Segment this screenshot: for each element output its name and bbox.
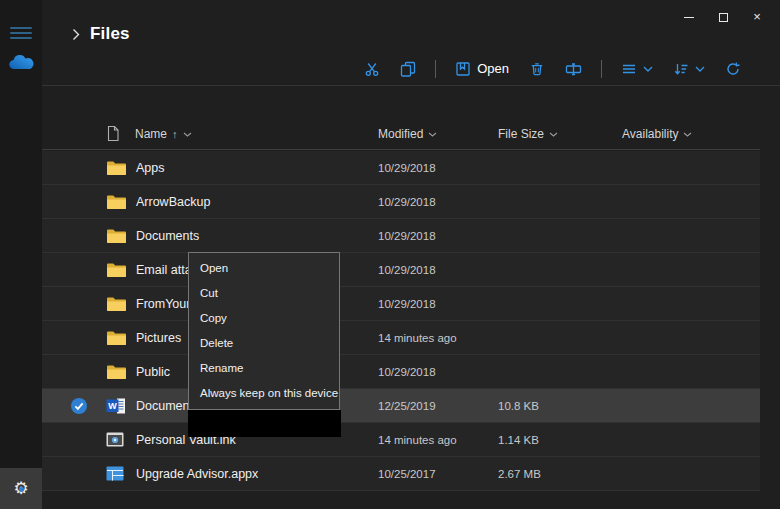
list-lines-icon xyxy=(621,61,637,77)
column-header-row: Name ↑ Modified File Size Availability xyxy=(42,120,760,150)
folder-icon xyxy=(106,262,126,278)
folder-icon xyxy=(106,228,126,244)
file-modified: 10/25/2017 xyxy=(378,457,436,491)
rename-button[interactable] xyxy=(558,57,589,81)
file-modified: 10/29/2018 xyxy=(378,355,436,389)
file-name: Upgrade Advisor.appx xyxy=(136,457,258,491)
column-header-file-size[interactable]: File Size xyxy=(498,127,558,141)
maximize-icon xyxy=(719,13,728,22)
sidebar: ⚙ xyxy=(0,0,42,509)
folder-icon xyxy=(106,330,126,346)
context-menu-item[interactable]: Copy xyxy=(189,306,339,331)
table-row[interactable]: Public 10/29/2018 xyxy=(42,355,760,389)
toolbar: Open xyxy=(42,52,780,86)
table-row[interactable]: W Documen 12/25/2019 10.8 KB xyxy=(42,389,760,423)
file-name: Public xyxy=(136,355,170,389)
settings-gear-icon[interactable]: ⚙ xyxy=(0,468,42,509)
window-controls: × xyxy=(672,4,774,30)
appx-package-icon xyxy=(106,466,124,481)
chevron-down-icon xyxy=(183,132,192,137)
sort-ascending-arrow-icon: ↑ xyxy=(172,128,178,140)
folder-icon xyxy=(106,160,126,176)
rename-icon xyxy=(565,61,582,77)
file-modified: 10/29/2018 xyxy=(378,185,436,219)
context-menu-item[interactable]: Always keep on this device xyxy=(189,381,339,406)
close-button[interactable]: × xyxy=(740,4,774,30)
scissors-icon xyxy=(364,61,380,77)
column-label-modified: Modified xyxy=(378,127,423,141)
column-label-availability: Availability xyxy=(622,127,678,141)
folder-icon xyxy=(106,364,126,380)
svg-text:W: W xyxy=(108,401,117,411)
file-modified: 10/29/2018 xyxy=(378,219,436,253)
maximize-button[interactable] xyxy=(706,4,740,30)
file-name: ArrowBackup xyxy=(136,185,210,219)
onedrive-window: ⚙ Files × xyxy=(0,0,780,509)
open-file-icon xyxy=(455,61,471,77)
page-title: Files xyxy=(90,24,130,44)
table-row[interactable]: Email atta 10/29/2018 xyxy=(42,253,760,287)
file-name: FromYour xyxy=(136,287,190,321)
refresh-icon xyxy=(725,61,741,77)
file-modified: 14 minutes ago xyxy=(378,423,457,457)
context-menu: Open Cut Copy Delete Rename Always keep … xyxy=(188,252,340,410)
file-type-column-icon xyxy=(106,125,120,142)
file-name: Documents xyxy=(136,219,199,253)
toolbar-divider xyxy=(435,60,436,78)
blacked-out-menu-item xyxy=(188,410,341,437)
file-size: 1.14 KB xyxy=(498,423,539,457)
delete-button[interactable] xyxy=(522,57,552,81)
file-name: Email atta xyxy=(136,253,192,287)
table-row[interactable]: Pictures 14 minutes ago xyxy=(42,321,760,355)
chevron-down-icon xyxy=(683,132,692,137)
file-name: Apps xyxy=(136,151,165,185)
context-menu-item[interactable]: Rename xyxy=(189,356,339,381)
context-menu-item[interactable]: Cut xyxy=(189,281,339,306)
chevron-down-icon xyxy=(695,66,705,72)
file-list: Apps 10/29/2018 ArrowBackup 10/29/2018 D… xyxy=(42,151,760,491)
column-header-availability[interactable]: Availability xyxy=(622,127,692,141)
chevron-right-icon xyxy=(72,28,80,41)
selected-check-icon xyxy=(70,397,88,415)
table-row[interactable]: ArrowBackup 10/29/2018 xyxy=(42,185,760,219)
table-row[interactable]: Upgrade Advisor.appx 10/25/2017 2.67 MB xyxy=(42,457,760,491)
file-name: Pictures xyxy=(136,321,181,355)
column-header-modified[interactable]: Modified xyxy=(378,127,437,141)
context-menu-item[interactable]: Open xyxy=(189,256,339,281)
file-modified: 10/29/2018 xyxy=(378,287,436,321)
copy-icon xyxy=(400,61,416,77)
chevron-down-icon xyxy=(428,132,437,137)
table-row[interactable]: FromYour 10/29/2018 xyxy=(42,287,760,321)
minimize-icon xyxy=(684,17,694,18)
file-name: Documen xyxy=(136,389,190,423)
refresh-button[interactable] xyxy=(718,57,748,81)
table-row[interactable]: Personal Vault.lnk 14 minutes ago 1.14 K… xyxy=(42,423,760,457)
context-menu-item[interactable]: Delete xyxy=(189,331,339,356)
chevron-down-icon xyxy=(549,132,558,137)
trash-icon xyxy=(529,61,545,77)
copy-button[interactable] xyxy=(393,57,423,81)
gear-center-dot xyxy=(19,487,24,492)
chevron-down-icon xyxy=(643,66,653,72)
onedrive-cloud-icon[interactable] xyxy=(8,54,34,74)
file-size: 2.67 MB xyxy=(498,457,541,491)
file-modified: 10/29/2018 xyxy=(378,253,436,287)
sort-icon xyxy=(673,61,689,77)
breadcrumb: Files xyxy=(72,24,130,44)
folder-icon xyxy=(106,296,126,312)
open-button[interactable]: Open xyxy=(448,57,516,81)
word-document-icon: W xyxy=(106,398,126,415)
minimize-button[interactable] xyxy=(672,4,706,30)
column-label-name: Name xyxy=(135,127,167,141)
file-modified: 14 minutes ago xyxy=(378,321,457,355)
view-options-button[interactable] xyxy=(614,57,660,81)
column-header-name[interactable]: Name ↑ xyxy=(135,127,192,141)
personal-vault-shortcut-icon xyxy=(106,432,124,447)
cut-button[interactable] xyxy=(357,57,387,81)
table-row[interactable]: Documents 10/29/2018 xyxy=(42,219,760,253)
hamburger-menu-icon[interactable] xyxy=(10,24,32,40)
sort-options-button[interactable] xyxy=(666,57,712,81)
file-size: 10.8 KB xyxy=(498,389,539,423)
table-row[interactable]: Apps 10/29/2018 xyxy=(42,151,760,185)
open-button-label: Open xyxy=(477,61,509,76)
